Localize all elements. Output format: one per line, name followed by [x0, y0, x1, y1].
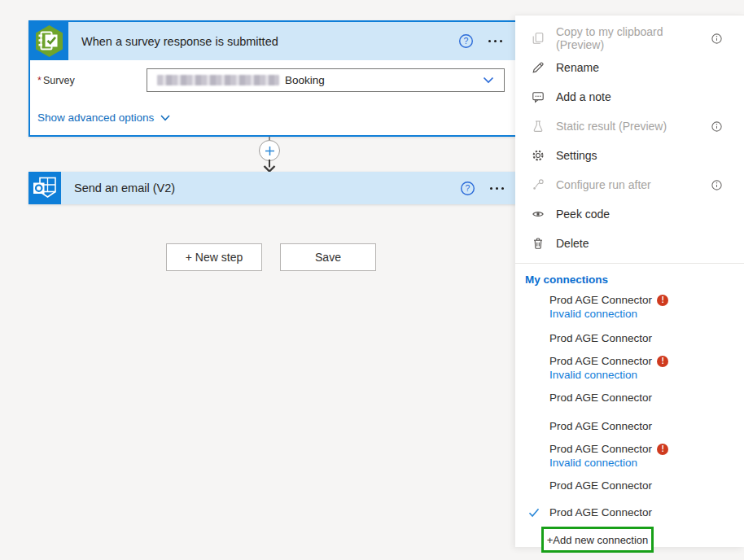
action-card-send-email[interactable]: Send an email (V2) ?	[28, 172, 517, 204]
chevron-down-icon	[160, 115, 170, 121]
comment-icon	[532, 90, 545, 103]
action-card-title: Send an email (V2)	[61, 172, 460, 204]
connection-item[interactable]: Prod AGE Connector! Invalid connection	[515, 294, 744, 321]
menu-item-rename[interactable]: Rename	[515, 53, 744, 82]
connection-name[interactable]: Prod AGE Connector	[549, 479, 652, 492]
menu-item-copy-to-clipboard[interactable]: Copy to my clipboard (Preview)	[515, 24, 744, 53]
my-connections-header: My connections	[515, 269, 744, 286]
info-icon[interactable]	[711, 120, 723, 133]
menu-item-label: Static result (Preview)	[556, 120, 667, 133]
connection-item[interactable]: Prod AGE Connector	[515, 420, 744, 433]
info-icon[interactable]	[711, 33, 723, 45]
survey-dropdown[interactable]: Booking	[147, 68, 505, 92]
plus-icon	[265, 146, 275, 156]
show-advanced-options-link[interactable]: Show advanced options	[37, 112, 170, 124]
run-after-icon	[532, 178, 545, 191]
menu-item-label: Peek code	[556, 208, 610, 221]
menu-item-label: Add a note	[556, 90, 611, 103]
info-icon[interactable]	[711, 179, 723, 191]
eye-icon	[532, 208, 545, 221]
survey-field-label: *Survey	[37, 75, 147, 86]
menu-divider	[515, 263, 744, 264]
error-icon: !	[657, 295, 668, 306]
copy-icon	[532, 32, 545, 45]
more-actions-icon[interactable]	[488, 40, 502, 42]
menu-item-label: Settings	[556, 149, 597, 162]
connection-item[interactable]: Prod AGE Connector! Invalid connection	[515, 355, 744, 382]
new-step-button[interactable]: + New step	[166, 243, 262, 271]
beaker-icon	[532, 120, 545, 133]
connection-name[interactable]: Prod AGE Connector	[549, 294, 652, 307]
trigger-card-header[interactable]: When a survey response is submitted ?	[30, 22, 515, 60]
error-icon: !	[657, 444, 668, 455]
connection-name[interactable]: Prod AGE Connector	[549, 420, 652, 433]
svg-text:?: ?	[466, 183, 470, 193]
menu-item-label: Rename	[556, 61, 599, 74]
trigger-card[interactable]: When a survey response is submitted ? *S…	[28, 20, 517, 137]
connection-item[interactable]: Prod AGE Connector	[515, 332, 744, 345]
menu-item-label: Delete	[556, 237, 589, 250]
survey-trigger-icon	[30, 22, 68, 60]
help-icon[interactable]: ?	[460, 181, 475, 196]
survey-dropdown-value: Booking	[285, 74, 325, 86]
advanced-options-label: Show advanced options	[37, 112, 154, 124]
invalid-connection-link[interactable]: Invalid connection	[549, 457, 637, 470]
menu-item-static-result[interactable]: Static result (Preview)	[515, 112, 744, 141]
connection-name[interactable]: Prod AGE Connector	[549, 392, 652, 405]
menu-item-delete[interactable]: Delete	[515, 229, 744, 258]
outlook-icon	[28, 172, 61, 204]
connection-name[interactable]: Prod AGE Connector	[549, 355, 652, 368]
connection-name[interactable]: Prod AGE Connector	[549, 332, 652, 345]
add-new-connection-button[interactable]: +Add new connection	[541, 527, 654, 553]
menu-item-label: Copy to my clipboard (Preview)	[556, 25, 699, 51]
connection-name[interactable]: Prod AGE Connector	[549, 443, 652, 456]
card-context-menu: Copy to my clipboard (Preview) Rename	[515, 15, 744, 547]
menu-item-peek-code[interactable]: Peek code	[515, 199, 744, 229]
menu-item-settings[interactable]: Settings	[515, 141, 744, 170]
connection-item[interactable]: Prod AGE Connector	[515, 479, 744, 492]
save-button[interactable]: Save	[280, 243, 376, 271]
flow-designer-canvas: When a survey response is submitted ? *S…	[0, 0, 744, 560]
connection-item[interactable]: Prod AGE Connector	[515, 392, 744, 405]
required-marker: *	[37, 75, 42, 86]
error-icon: !	[657, 356, 668, 367]
more-actions-icon[interactable]	[490, 187, 504, 190]
connection-item[interactable]: Prod AGE Connector! Invalid connection	[515, 443, 744, 470]
trigger-card-title: When a survey response is submitted	[68, 22, 458, 60]
invalid-connection-link[interactable]: Invalid connection	[549, 369, 637, 382]
gear-icon	[532, 149, 545, 162]
pencil-icon	[532, 61, 545, 74]
menu-item-add-note[interactable]: Add a note	[515, 82, 744, 112]
redacted-text	[157, 75, 279, 85]
invalid-connection-link[interactable]: Invalid connection	[549, 308, 637, 321]
svg-text:?: ?	[464, 36, 469, 46]
menu-item-configure-run-after[interactable]: Configure run after	[515, 170, 744, 199]
chevron-down-icon[interactable]	[483, 77, 494, 84]
checkmark-icon	[528, 508, 540, 518]
menu-item-label: Configure run after	[556, 178, 651, 191]
insert-step-button[interactable]	[259, 140, 280, 161]
connection-name[interactable]: Prod AGE Connector	[549, 506, 652, 519]
help-icon[interactable]: ?	[458, 33, 474, 49]
connection-item-selected[interactable]: Prod AGE Connector	[515, 506, 744, 519]
trash-icon	[532, 237, 545, 250]
